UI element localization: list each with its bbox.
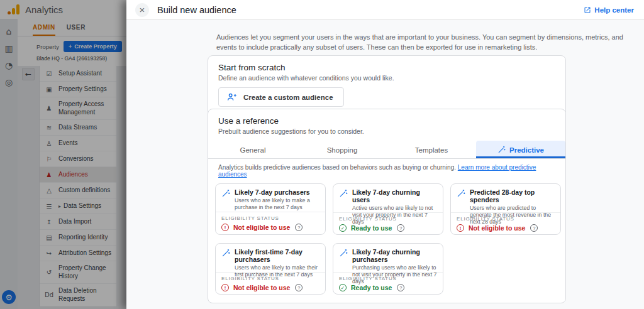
- magic-wand-icon: [497, 146, 506, 154]
- magic-wand-icon: [339, 189, 348, 198]
- tab-shopping[interactable]: Shopping: [297, 141, 387, 158]
- eligibility-label: ELIGIBILITY STATUS: [221, 276, 319, 281]
- use-a-reference-card: Use a reference Prebuilt audience sugges…: [208, 109, 566, 303]
- error-icon: !: [457, 224, 464, 232]
- magic-wand-icon: [221, 249, 230, 258]
- external-link-icon: [584, 6, 591, 14]
- help-icon[interactable]: ?: [397, 284, 404, 291]
- eligibility-label: ELIGIBILITY STATUS: [339, 276, 437, 281]
- audience-card-likely-first-time-7-day-purchasers[interactable]: Likely first-time 7-day purchasers Users…: [215, 243, 326, 295]
- status-badge: Ready to use: [351, 224, 392, 232]
- predictive-cards-grid: Likely 7-day purchasers Users who are li…: [208, 178, 565, 295]
- help-icon[interactable]: ?: [295, 224, 303, 231]
- status-badge: Not eligible to use: [233, 224, 290, 231]
- predictive-note: Analytics builds predictive audiences ba…: [208, 159, 565, 178]
- modal-scrim: [0, 0, 126, 309]
- audience-card-likely-7-day-purchasers[interactable]: Likely 7-day purchasers Users who are li…: [215, 183, 326, 235]
- error-icon: !: [221, 284, 229, 291]
- scratch-subtitle: Define an audience with whatever conditi…: [218, 74, 555, 82]
- magic-wand-icon: [457, 189, 465, 198]
- reference-title: Use a reference: [218, 116, 555, 126]
- audiences-description: Audiences let you segment your users in …: [216, 33, 631, 53]
- overlay-header: × Build new audience Help center: [126, 0, 644, 20]
- magic-wand-icon: [339, 249, 348, 258]
- error-icon: !: [221, 224, 229, 231]
- status-badge: Ready to use: [351, 284, 392, 291]
- eligibility-label: ELIGIBILITY STATUS: [457, 216, 555, 222]
- reference-subtitle: Prebuilt audience suggestions for you to…: [218, 127, 555, 135]
- page-title: Build new audience: [157, 5, 236, 15]
- status-badge: Not eligible to use: [233, 284, 290, 291]
- help-icon[interactable]: ?: [397, 224, 404, 232]
- create-custom-audience-button[interactable]: Create a custom audience: [218, 87, 344, 107]
- help-icon[interactable]: ?: [295, 284, 303, 291]
- scratch-title: Start from scratch: [218, 63, 555, 72]
- status-badge: Not eligible to use: [469, 224, 525, 232]
- magic-wand-icon: [221, 189, 230, 198]
- audience-card-likely-7-day-churning-purchasers[interactable]: Likely 7-day churning purchasers Purchas…: [333, 243, 443, 295]
- check-icon: ✓: [339, 284, 347, 291]
- tab-general[interactable]: General: [208, 141, 297, 158]
- person-add-icon: [227, 92, 236, 102]
- close-icon[interactable]: ×: [135, 3, 149, 17]
- build-audience-overlay: × Build new audience Help center Audienc…: [126, 0, 644, 309]
- check-icon: ✓: [339, 224, 347, 232]
- tab-predictive[interactable]: Predictive: [476, 141, 565, 158]
- eligibility-label: ELIGIBILITY STATUS: [339, 216, 437, 222]
- reference-tabs: General Shopping Templates Predictive: [208, 141, 565, 159]
- audience-card-predicted-28-day-top-spenders[interactable]: Predicted 28-day top spenders Users who …: [450, 183, 561, 235]
- audience-card-likely-7-day-churning-users[interactable]: Likely 7-day churning users Active users…: [333, 183, 443, 235]
- eligibility-label: ELIGIBILITY STATUS: [221, 215, 319, 221]
- help-center-link[interactable]: Help center: [584, 6, 634, 14]
- help-icon[interactable]: ?: [530, 224, 538, 232]
- tab-templates[interactable]: Templates: [387, 141, 476, 158]
- start-from-scratch-card: Start from scratch Define an audience wi…: [208, 55, 566, 116]
